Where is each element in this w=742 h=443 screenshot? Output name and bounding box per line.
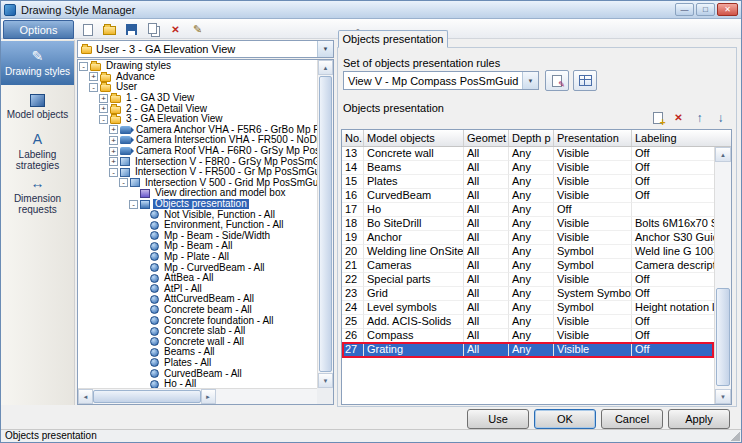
tree-item-camera-anchor-vha-f5r6-grbo-mp-possmguid[interactable]: +Camera Anchor VHA - F5R6 - GrBo Mp PosS… (79, 125, 317, 136)
tree-item-intersection-v-fr500-gr-mp-possmguid[interactable]: -Intersection V - FR500 - Gr Mp PosSmGui… (79, 167, 317, 178)
scrollbar-thumb[interactable] (319, 76, 332, 372)
minimize-button[interactable]: — (675, 3, 694, 16)
table-row-14[interactable]: 14BeamsAllAnyVisibleOff (342, 161, 714, 175)
table-row-16[interactable]: 16CurvedBeamAllAnyVisibleOff (342, 189, 714, 203)
tree-vertical-scrollbar[interactable]: ▲ ▼ (317, 60, 333, 388)
tab-objects-presentation[interactable]: Objects presentation (338, 30, 448, 48)
tree-item-drawing-styles[interactable]: -Drawing styles (79, 61, 317, 72)
collapse-icon[interactable]: - (89, 83, 98, 92)
tree-item-2-ga-detail-view[interactable]: +2 - GA Detail View (79, 103, 317, 114)
save-button[interactable] (122, 21, 141, 39)
table-row-18[interactable]: 18Bo SiteDrillAllAnyVisibleBolts 6M16x70… (342, 217, 714, 231)
move-down-button[interactable]: ↓ (712, 110, 729, 126)
tree-item-objects-presentation[interactable]: -Objects presentation (79, 199, 317, 210)
scroll-left-icon[interactable]: ◄ (78, 389, 93, 404)
tree-item-view-direction-and-model-box[interactable]: View direction and model box (79, 188, 317, 199)
column-header-depth-p[interactable]: Depth p (509, 130, 554, 146)
tree-item-concrete-wall-all[interactable]: Concrete wall - All (79, 336, 317, 347)
manage-rule-sets-button[interactable] (573, 70, 597, 91)
expand-icon[interactable]: + (109, 136, 118, 145)
table-row-17[interactable]: 17HoAllAnyOff (342, 203, 714, 217)
tree-item-advance[interactable]: +Advance (79, 72, 317, 83)
column-header-labeling[interactable]: Labeling (632, 130, 731, 146)
tree-item-intersection-v-500-grid-mp-possmguid-1-20-cx[interactable]: -Intersection V 500 - Grid Mp PosSmGuid … (79, 178, 317, 189)
expand-icon[interactable]: + (89, 72, 98, 81)
table-row-23[interactable]: 23GridAllAnySystem SymbolOff (342, 287, 714, 301)
collapse-icon[interactable]: - (79, 62, 88, 71)
column-header-presentation[interactable]: Presentation (554, 130, 632, 146)
style-filter-combobox[interactable]: User - 3 - GA Elevation View ▼ (77, 40, 334, 58)
tree-item-camera-intersection-vha-fr500-nodim-mp-possm[interactable]: +Camera Intersection VHA - FR500 - NoDim… (79, 135, 317, 146)
scrollbar-thumb[interactable] (716, 288, 730, 386)
collapse-icon[interactable]: - (129, 200, 138, 209)
use-button[interactable]: Use (467, 409, 529, 429)
sidebar-item-dimension-requests[interactable]: ↔Dimension requests (1, 173, 74, 217)
tree-item-concrete-slab-all[interactable]: Concrete slab - All (79, 326, 317, 337)
scroll-down-icon[interactable]: ▼ (715, 389, 731, 404)
close-button[interactable]: ✕ (717, 3, 738, 16)
tree-item-beams-all[interactable]: Beams - All (79, 347, 317, 358)
scroll-up-icon[interactable]: ▲ (318, 60, 333, 75)
style-filter-dropdown-button[interactable]: ▼ (317, 41, 333, 57)
table-row-25[interactable]: 25Add. ACIS-SolidsAllAnyVisibleOff (342, 315, 714, 329)
insert-row-button[interactable] (649, 110, 666, 126)
table-row-20[interactable]: 20Welding line OnSiteAllAnySymbolWeld li… (342, 245, 714, 259)
sidebar-item-model-objects[interactable]: Model objects (1, 85, 74, 129)
delete-button[interactable]: ✕ (166, 21, 185, 39)
table-row-24[interactable]: 24Level symbolsAllAnySymbolHeight notati… (342, 301, 714, 315)
edit-rule-set-button[interactable] (545, 70, 569, 91)
expand-icon[interactable]: + (99, 104, 108, 113)
tree-item-attcurvedbeam-all[interactable]: AttCurvedBeam - All (79, 294, 317, 305)
tree-item-concrete-beam-all[interactable]: Concrete beam - All (79, 305, 317, 316)
rename-button[interactable]: ✎ (188, 21, 207, 39)
expand-icon[interactable]: + (109, 157, 118, 166)
scroll-down-icon[interactable]: ▼ (318, 373, 333, 388)
tree-item-camera-roof-vha-f6r0-grsy-mp-possmguid[interactable]: +Camera Roof VHA - F6R0 - GrSy Mp PosSmG… (79, 146, 317, 157)
rules-combobox[interactable]: View V - Mp Compass PosSmGuid ▼ (343, 71, 539, 90)
sidebar-item-drawing-styles[interactable]: ✎Drawing styles (1, 41, 74, 85)
column-header-geomet[interactable]: Geomet (464, 130, 509, 146)
table-row-19[interactable]: 19AnchorAllAnyVisibleAnchor S30 Guid G (342, 231, 714, 245)
move-up-button[interactable]: ↑ (691, 110, 708, 126)
expand-icon[interactable]: + (109, 125, 118, 134)
apply-button[interactable]: Apply (668, 409, 730, 429)
table-row-15[interactable]: 15PlatesAllAnyVisibleOff (342, 175, 714, 189)
resize-grip[interactable] (729, 430, 740, 441)
cancel-button[interactable]: Cancel (601, 409, 663, 429)
table-vertical-scrollbar[interactable]: ▲ ▼ (714, 147, 731, 404)
tree-item-plates-all[interactable]: Plates - All (79, 358, 317, 369)
column-header-model-objects[interactable]: Model objects (364, 130, 464, 146)
tree-item-3-ga-elevation-view[interactable]: -3 - GA Elevation View (79, 114, 317, 125)
collapse-icon[interactable]: - (109, 168, 118, 177)
tree-item-environment-function-all[interactable]: Environment, Function - All (79, 220, 317, 231)
column-header-no[interactable]: No. (342, 130, 364, 146)
tree-item-attbea-all[interactable]: AttBea - All (79, 273, 317, 284)
titlebar[interactable]: Drawing Style Manager — □ ✕ (1, 1, 741, 19)
tree-item-intersection-v-f8r0-grsy-mp-possmguid[interactable]: +Intersection V - F8R0 - GrSy Mp PosSmGu… (79, 156, 317, 167)
expand-icon[interactable]: + (109, 147, 118, 156)
tree-item-mp-plate-all[interactable]: Mp - Plate - All (79, 252, 317, 263)
tree-item-mp-curvedbeam-all[interactable]: Mp - CurvedBeam - All (79, 262, 317, 273)
options-header[interactable]: Options (3, 20, 74, 39)
tree-item-ho-all[interactable]: Ho - All (79, 379, 317, 388)
maximize-button[interactable]: □ (696, 3, 715, 16)
delete-row-button[interactable]: ✕ (670, 110, 687, 126)
scrollbar-thumb[interactable] (93, 390, 201, 403)
new-style-button[interactable] (78, 21, 97, 39)
table-row-13[interactable]: 13Concrete wallAllAnyVisibleOff (342, 147, 714, 161)
tree-item-not-visible-function-all[interactable]: Not Visible, Function - All (79, 209, 317, 220)
table-row-22[interactable]: 22Special partsAllAnyVisibleOff (342, 273, 714, 287)
rules-dropdown-button[interactable]: ▼ (522, 72, 538, 89)
copy-button[interactable] (144, 21, 163, 39)
table-row-27[interactable]: 27GratingAllAnyVisibleOff (342, 343, 714, 357)
scroll-up-icon[interactable]: ▲ (715, 147, 731, 162)
tree-item-mp-beam-all[interactable]: Mp - Beam - All (79, 241, 317, 252)
ok-button[interactable]: OK (534, 409, 596, 429)
table-row-26[interactable]: 26CompassAllAnyVisibleOff (342, 329, 714, 343)
sidebar-item-labeling-strategies[interactable]: ALabeling strategies (1, 129, 74, 173)
table-row-21[interactable]: 21CamerasAllAnySymbolCamera descriptio (342, 259, 714, 273)
tree-item-curvedbeam-all[interactable]: CurvedBeam - All (79, 368, 317, 379)
expand-icon[interactable]: + (99, 94, 108, 103)
tree-item-atpl-all[interactable]: AtPl - All (79, 283, 317, 294)
open-button[interactable] (100, 21, 119, 39)
